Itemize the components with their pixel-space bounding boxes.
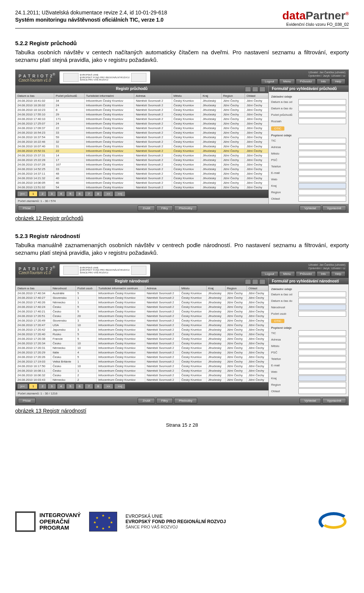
- grid-tools[interactable]: [245, 279, 265, 284]
- form-input[interactable]: [298, 151, 346, 156]
- form-input[interactable]: [298, 311, 346, 317]
- form-input[interactable]: [298, 118, 346, 124]
- table-row[interactable]: 24.08.2010 17:55:1029Infocentrum Český K…: [16, 112, 268, 117]
- form-input[interactable]: [298, 298, 346, 304]
- table-row[interactable]: 24.08.2010 16:17:50Česko10Infocentrum Če…: [16, 364, 268, 369]
- table-row[interactable]: 24.08.2010 15:52:3122Infocentrum Český K…: [16, 148, 268, 153]
- form-input[interactable]: [298, 157, 346, 163]
- table-row[interactable]: 24.08.2010 17:40:21Česko5Infocentrum Čes…: [16, 309, 268, 314]
- form-input[interactable]: [298, 183, 346, 189]
- form-input[interactable]: [298, 177, 346, 182]
- pager-btn[interactable]: 4: [57, 383, 65, 389]
- col-header[interactable]: Turistické informační centrum: [97, 286, 145, 291]
- col-header[interactable]: Turistické informační: [84, 93, 134, 98]
- table-row[interactable]: 24.08.2010 17:40:24Česko5Infocentrum Čes…: [16, 305, 268, 309]
- pager-btn[interactable]: 7: [85, 383, 93, 389]
- table-row[interactable]: 24.08.2010 16:54:2333Infocentrum Český K…: [16, 130, 268, 135]
- form-input[interactable]: [298, 375, 346, 381]
- table-row[interactable]: 24.08.2010 18:10:238Infocentrum Český Kr…: [16, 107, 268, 112]
- pager-btn[interactable]: 6: [75, 383, 84, 389]
- form-input[interactable]: [298, 144, 346, 150]
- col-header[interactable]: Město: [180, 286, 207, 291]
- col-header[interactable]: Národnost: [51, 286, 75, 291]
- btn-zrušit[interactable]: Zrušit: [138, 398, 155, 404]
- table-row[interactable]: 24.08.2010 17:40:34Austrálie5Infocentrum…: [16, 291, 268, 296]
- table-row[interactable]: 24.08.2010 17:40:27Slovensko1Infocentrum…: [16, 296, 268, 300]
- top-btn-info[interactable]: Info: [317, 79, 330, 84]
- form-input[interactable]: [298, 350, 346, 355]
- top-btn-logout[interactable]: Logout: [261, 79, 278, 84]
- pager-btn[interactable]: 4: [57, 191, 65, 197]
- top-btn-průvodci[interactable]: Průvodci: [296, 271, 316, 277]
- form-input[interactable]: [298, 189, 346, 195]
- pager-btn[interactable]: 3: [47, 383, 56, 389]
- form-input[interactable]: [298, 112, 346, 118]
- pager-btn[interactable]: |<<: [17, 383, 28, 389]
- pager-btn[interactable]: 7: [85, 191, 93, 197]
- top-btn-menu[interactable]: Menu: [279, 79, 295, 84]
- table-row[interactable]: 24.08.2010 15:37:3114Infocentrum Český K…: [16, 153, 268, 158]
- btn-add[interactable]: Přidat: [18, 205, 36, 211]
- form-input[interactable]: [298, 337, 346, 342]
- col-header[interactable]: Datum a čas: [16, 286, 51, 291]
- table-row[interactable]: 24.08.2010 17:20:29Itálie4Infocentrum Če…: [16, 350, 268, 355]
- table-row[interactable]: 24.08.2010 18:41:0234Infocentrum Český K…: [16, 98, 268, 103]
- col-header[interactable]: Oblast: [245, 93, 268, 98]
- btn-vyprázdnit[interactable]: Vyprázdnit: [322, 398, 347, 404]
- top-btn-info[interactable]: Info: [317, 271, 330, 277]
- pager-btn[interactable]: 2: [38, 383, 47, 389]
- table-row[interactable]: 24.08.2010 15:22:2817Infocentrum Český K…: [16, 158, 268, 162]
- top-btn-help[interactable]: Help: [331, 79, 345, 84]
- form-input[interactable]: [298, 99, 346, 105]
- col-header[interactable]: Kraj: [201, 93, 221, 98]
- col-header[interactable]: Počet osob: [75, 286, 96, 291]
- form-input[interactable]: [298, 369, 346, 375]
- table-row[interactable]: 24.08.2010 17:20:26Česko5Infocentrum Čes…: [16, 355, 268, 360]
- btn-filtry[interactable]: Filtry: [156, 398, 173, 404]
- form-input[interactable]: [298, 343, 346, 349]
- pager-btn[interactable]: 5: [66, 191, 74, 197]
- form-input[interactable]: [298, 138, 346, 144]
- btn-předvolby[interactable]: Předvolby: [174, 205, 198, 211]
- form-input[interactable]: [298, 363, 346, 368]
- top-btn-help[interactable]: Help: [331, 271, 345, 277]
- col-header[interactable]: Kraj: [206, 286, 225, 291]
- form-input[interactable]: [298, 196, 346, 202]
- table-row[interactable]: 24.08.2010 15:07:28167Infocentrum Český …: [16, 162, 268, 167]
- btn-vyhledat[interactable]: Vyhledat: [300, 398, 321, 404]
- col-header[interactable]: Region: [225, 286, 247, 291]
- pager-btn[interactable]: >>|: [114, 191, 125, 197]
- table-row[interactable]: 24.08.2010 17:19:03Velká Británie1Infoce…: [16, 360, 268, 364]
- table-row[interactable]: 24.08.2010 17:40:26Německo1Infocentrum Č…: [16, 300, 268, 305]
- form-input[interactable]: [298, 170, 346, 176]
- pager-btn[interactable]: >>|: [114, 383, 125, 389]
- table-row[interactable]: 24.08.2010 16:03:43Německo2Infocentrum Č…: [16, 378, 268, 382]
- pager-btn[interactable]: 8: [94, 191, 102, 197]
- table-row[interactable]: 24.08.2010 17:20:42Japonsko3Infocentrum …: [16, 328, 268, 332]
- col-header[interactable]: Region: [221, 93, 245, 98]
- table-row[interactable]: 24.08.2010 16:07:4031Infocentrum Český K…: [16, 144, 268, 148]
- table-row[interactable]: 24.08.2010 17:20:51Česko20Infocentrum Če…: [16, 314, 268, 319]
- table-row[interactable]: 24.08.2010 16:37:5459Infocentrum Český K…: [16, 135, 268, 139]
- table-row[interactable]: 24.08.2010 14:06:0546Infocentrum Český K…: [16, 180, 268, 185]
- pager-btn[interactable]: 5: [66, 383, 74, 389]
- table-row[interactable]: 24.08.2010 17:20:34Česko10Infocentrum Če…: [16, 341, 268, 346]
- pager-btn[interactable]: >>: [103, 191, 113, 197]
- col-header[interactable]: Město: [172, 93, 201, 98]
- table-row[interactable]: 24.08.2010 17:20:40Rusko5Infocentrum Čes…: [16, 332, 268, 337]
- table-row[interactable]: 24.08.2010 17:20:47USA10Infocentrum Česk…: [16, 323, 268, 328]
- table-row[interactable]: 24.08.2010 17:09:3722Infocentrum Český K…: [16, 126, 268, 130]
- pager-btn[interactable]: 1: [29, 191, 37, 197]
- form-input[interactable]: [298, 292, 346, 297]
- col-header[interactable]: Počet průchodů: [54, 93, 85, 98]
- table-row[interactable]: 24.08.2010 14:52:2533Infocentrum Český K…: [16, 167, 268, 171]
- table-row[interactable]: 24.08.2010 16:08:11Česko1Infocentrum Čes…: [16, 369, 268, 373]
- pager-btn[interactable]: 8: [94, 383, 102, 389]
- table-row[interactable]: 24.08.2010 18:26:0224Infocentrum Český K…: [16, 103, 268, 107]
- table-row[interactable]: 24.08.2010 17:25:0724Infocentrum Český K…: [16, 121, 268, 126]
- top-btn-průvodci[interactable]: Průvodci: [296, 79, 316, 84]
- btn-filtry[interactable]: Filtry: [156, 205, 173, 211]
- form-input[interactable]: [298, 164, 346, 169]
- grid-tools[interactable]: [245, 87, 265, 92]
- table-row[interactable]: 24.08.2010 17:20:38Francie5Infocentrum Č…: [16, 337, 268, 341]
